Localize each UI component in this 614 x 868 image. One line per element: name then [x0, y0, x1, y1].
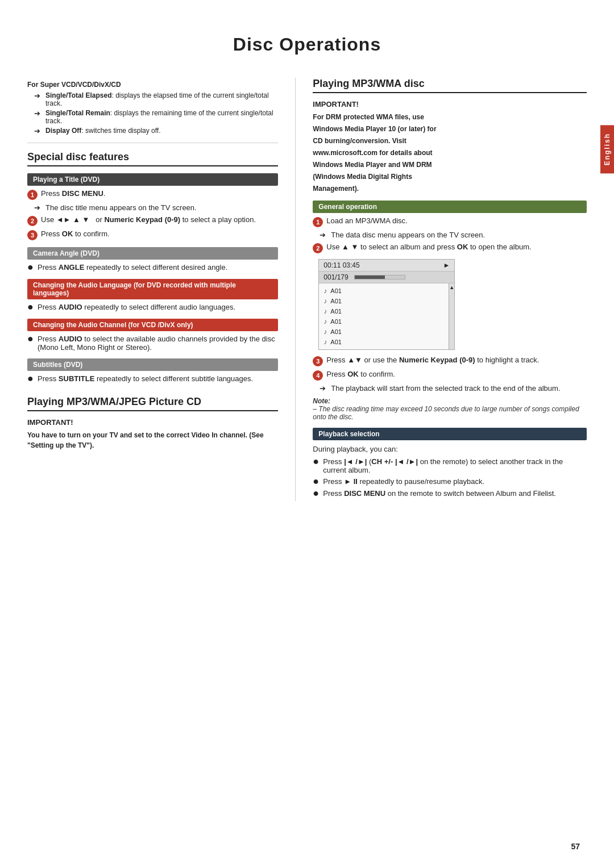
arrow-item-display-off: ➔ Display Off: switches time display off… [34, 127, 278, 135]
tv-scrollbar: ▲ [449, 283, 454, 349]
tv-progress-bar [354, 275, 405, 279]
left-column: For Super VCD/VCD/DivX/CD ➔ Single/Total… [27, 78, 296, 501]
playback-item-3: ● Press DISC MENU on the remote to switc… [313, 489, 587, 498]
gen-step-num-1: 1 [313, 217, 323, 227]
bullet-dot: ● [313, 476, 321, 486]
playback-item-1: ● Press |◄ /►| (CH +/- |◄ /►| on the rem… [313, 457, 587, 474]
right-column: Playing MP3/WMA disc IMPORTANT! For DRM … [296, 78, 587, 501]
note-text: – The disc reading time may exceed 10 se… [313, 405, 579, 421]
arrow-item-remain: ➔ Single/Total Remain: displays the rema… [34, 109, 278, 125]
bullet-dot: ● [27, 333, 35, 344]
super-vcd-section: For Super VCD/VCD/DivX/CD ➔ Single/Total… [27, 80, 278, 143]
track-label: A01 [330, 308, 342, 315]
remain-text: Single/Total Remain: displays the remain… [45, 109, 278, 125]
gen-step-num-2: 2 [313, 243, 323, 253]
step-1-sub-text: The disc title menu appears on the TV sc… [45, 203, 197, 212]
step-num-2: 2 [27, 216, 38, 226]
arrow-icon: ➔ [34, 127, 43, 135]
audio-channel-text: Press AUDIO to select the available audi… [38, 335, 278, 352]
scroll-up-icon: ▲ [449, 285, 454, 290]
bullet-dot: ● [313, 456, 321, 466]
mp3-wma-important: IMPORTANT! For DRM protected WMA files, … [313, 99, 587, 194]
bullet-dot: ● [27, 373, 35, 383]
bullet-dot: ● [27, 302, 35, 312]
step-2-text: Use ◄► ▲ ▼ or Numeric Keypad (0-9) to se… [41, 215, 256, 224]
gen-step-3: 3 Press ▲▼ or use the Numeric Keypad (0-… [313, 356, 587, 366]
drm-line3: CD burning/conversion. Visit [313, 136, 587, 146]
important-label: IMPORTANT! [27, 417, 278, 428]
note-label: Note: [313, 397, 330, 405]
playback-item-2: ● Press ► II repeatedly to pause/resume … [313, 477, 587, 486]
step-3-text: Press OK to confirm. [41, 229, 110, 238]
list-item: ♪A01 [319, 316, 449, 327]
gen-step-3-text: Press ▲▼ or use the Numeric Keypad (0-9)… [326, 356, 539, 364]
gen-step-1-sub-text: The data disc menu appears on the TV scr… [331, 231, 485, 239]
playback-selection-header: Playback selection [313, 428, 587, 440]
mp3-jpeg-title: Playing MP3/WMA/JPEG Picture CD [27, 396, 278, 411]
list-item: ♪A01 [319, 286, 449, 296]
arrow-icon: ➔ [320, 384, 329, 393]
bullet-dot: ● [313, 488, 321, 498]
music-icon: ♪ [323, 318, 327, 326]
playback-text-1: Press |◄ /►| (CH +/- |◄ /►| on the remot… [323, 457, 587, 474]
list-item: ♪A01 [319, 296, 449, 306]
track-label: A01 [330, 339, 342, 345]
arrow-icon: ➔ [34, 91, 43, 100]
gen-step-num-4: 4 [313, 370, 323, 381]
english-tab: English [600, 125, 614, 173]
track-label: A01 [330, 328, 342, 335]
step-2: 2 Use ◄► ▲ ▼ or Numeric Keypad (0-9) to … [27, 215, 278, 226]
camera-angle-text: Press ANGLE repeatedly to select differe… [38, 263, 227, 272]
list-item: ♪A01 [319, 327, 449, 337]
page-number: 57 [571, 842, 580, 851]
drm-line1: For DRM protected WMA files, use [313, 112, 587, 122]
tv-list-content: ♪A01 ♪A01 ♪A01 ♪A01 ♪A01 ♪A01 [319, 283, 449, 349]
drm-line7: Management). [313, 183, 587, 194]
audio-channel-bullet: ● Press AUDIO to select the available au… [27, 335, 278, 352]
page-title: Disc Operations [0, 34, 614, 61]
music-icon: ♪ [323, 297, 327, 305]
gen-step-4: 4 Press OK to confirm. [313, 370, 587, 381]
step-num-3: 3 [27, 230, 38, 240]
track-label: A01 [330, 287, 342, 294]
audio-language-bullet: ● Press AUDIO repeatedly to select diffe… [27, 303, 278, 312]
playback-intro: During playback, you can: [313, 444, 587, 455]
drm-line4: www.microsoft.com for details about [313, 148, 587, 158]
tv-progress-fill [355, 276, 385, 279]
special-disc-title: Special disc features [27, 151, 278, 166]
super-vcd-title: For Super VCD/VCD/DivX/CD [27, 81, 121, 89]
important-label: IMPORTANT! [313, 99, 587, 110]
audio-channel-header: Changing the Audio Channel (for VCD /Div… [27, 319, 278, 331]
mp3-wma-title: Playing MP3/WMA disc [313, 78, 587, 93]
arrow-icon: ➔ [34, 203, 43, 212]
subtitles-bullet: ● Press SUBTITLE repeatedly to select di… [27, 374, 278, 383]
tv-screen: 00:11 03:45 ► 001/179 ♪A01 ♪A01 ♪A01 [318, 259, 455, 350]
track-label: A01 [330, 318, 342, 325]
music-icon: ♪ [323, 307, 327, 315]
general-operation-header: General operation [313, 201, 587, 213]
gen-step-2-text: Use ▲ ▼ to select an album and press OK … [326, 243, 531, 251]
tv-top-bar: 00:11 03:45 ► [319, 260, 454, 272]
mp3-jpeg-important: IMPORTANT! You have to turn on your TV a… [27, 417, 278, 450]
gen-step-num-3: 3 [313, 356, 323, 366]
gen-step-1-text: Load an MP3/WMA disc. [326, 216, 407, 225]
arrow-icon: ➔ [320, 231, 329, 239]
audio-language-text: Press AUDIO repeatedly to select differe… [38, 303, 235, 311]
audio-language-header: Changing the Audio Language (for DVD rec… [27, 279, 278, 299]
step-3: 3 Press OK to confirm. [27, 229, 278, 240]
tv-play-icon: ► [443, 261, 450, 269]
note-block: Note: – The disc reading time may exceed… [313, 397, 587, 421]
page: Disc Operations English For Super VCD/VC… [0, 0, 614, 868]
tv-list-area: ♪A01 ♪A01 ♪A01 ♪A01 ♪A01 ♪A01 ▲ [319, 283, 454, 349]
list-item: ♪A01 [319, 306, 449, 316]
step-1: 1 Press DISC MENU. [27, 189, 278, 200]
drm-line2: Windows Media Player 10 (or later) for [313, 124, 587, 134]
music-icon: ♪ [323, 338, 327, 346]
step-num-1: 1 [27, 190, 38, 200]
step-1-text: Press DISC MENU. [41, 189, 105, 198]
drm-line5: Windows Media Player and WM DRM [313, 160, 587, 170]
camera-angle-bullet: ● Press ANGLE repeatedly to select diffe… [27, 263, 278, 272]
tv-timecode: 00:11 03:45 [323, 261, 359, 269]
gen-step-2: 2 Use ▲ ▼ to select an album and press O… [313, 243, 587, 253]
playing-title-header: Playing a Title (DVD) [27, 173, 278, 186]
